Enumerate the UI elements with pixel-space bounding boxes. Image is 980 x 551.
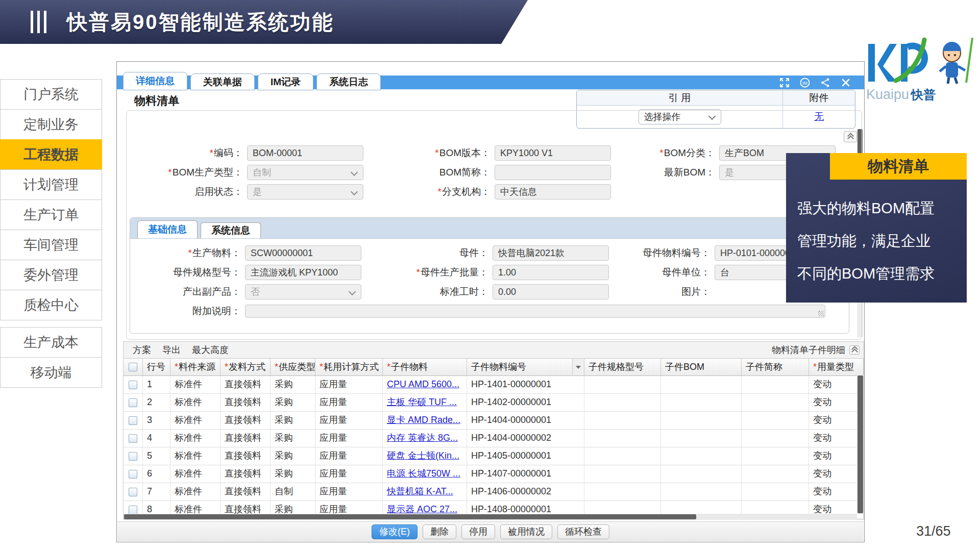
field-label: 图片： [615,285,715,298]
subitem-link[interactable]: CPU AMD 5600... [383,376,467,393]
row-checkbox-cell [124,376,143,393]
column-header[interactable]: *用量类型 [809,359,864,375]
row-checkbox[interactable] [129,381,137,389]
inner-tab[interactable]: 基础信息 [137,220,198,238]
footer-button[interactable]: 被用情况 [500,524,552,539]
select-field[interactable]: 否 [245,284,361,299]
table-cell [742,465,809,483]
form-row: *编码：BOM-00001*BOM版本：KPY1000 V1*BOM分类：生产B… [132,143,851,163]
scrollbar-thumb[interactable] [124,514,696,519]
table-cell [742,447,809,465]
column-header[interactable]: 行号 [143,359,170,375]
inner-tab[interactable]: 系统信息 [201,222,261,238]
footer-button[interactable]: 循环检查 [557,524,609,539]
select-field[interactable]: 自制 [247,165,363,180]
input-field[interactable]: BOM-00001 [247,145,363,161]
row-checkbox[interactable] [129,434,137,443]
table-cell: 直接领料 [220,447,271,465]
column-header[interactable]: 子件规格型号 [584,359,661,375]
column-header[interactable]: 子件BOM [661,359,742,375]
window-tab[interactable]: 关联单据 [190,73,255,90]
table-horizontal-scrollbar[interactable] [124,514,857,520]
slide-title: 快普易90智能制造系统功能 [67,8,334,36]
toolbar-link[interactable]: 导出 [162,344,181,356]
table-row: 6标准件直接领料采购应用量电源 长城750W ...HP-1407-000000… [124,465,864,483]
table-cell: 采购 [271,447,315,465]
field-label: *分支机构： [370,185,495,198]
row-checkbox[interactable] [129,506,137,514]
sidebar-item[interactable]: 委外管理 [0,260,102,290]
select-all-cell [124,359,143,375]
share-icon[interactable] [820,78,830,88]
im-icon[interactable]: IM [800,78,810,88]
column-header[interactable]: 子件物料编号 [467,359,584,375]
sidebar-item[interactable]: 质检中心 [0,290,102,320]
table-row: 5标准件直接领料采购应用量硬盘 金士顿(Kin...HP-1405-000000… [124,447,864,465]
sidebar-item[interactable]: 门户系统 [0,79,102,110]
form-row: 附加说明： [135,302,845,321]
resize-grip-icon[interactable] [818,311,824,316]
select-field[interactable]: 是 [247,184,363,199]
input-field[interactable]: 0.00 [493,284,609,299]
basic-info-form: *生产物料：SCW00000001母件：快普电脑2021款母件物料编号：HP-0… [135,243,845,321]
input-field[interactable]: SCW00000001 [245,245,361,261]
column-header[interactable]: *料件来源 [170,359,220,375]
field-label: 启用状态： [132,185,247,198]
footer-button[interactable]: 删除 [423,524,456,539]
input-field[interactable]: 快普电脑2021款 [493,245,609,261]
subitem-link[interactable]: 电源 长城750W ... [383,465,467,483]
input-field[interactable]: 中天信息 [495,184,611,199]
column-header[interactable]: *子件物料 [383,359,467,375]
table-cell: HP-1402-00000001 [467,394,584,411]
input-field[interactable] [495,165,611,180]
footer-button[interactable]: 修改(E) [372,524,418,539]
sidebar-item[interactable]: 计划管理 [0,169,102,200]
sidebar-item[interactable]: 生产成本 [0,327,102,358]
subitem-link[interactable]: 快普机箱 K-AT... [383,483,467,500]
row-checkbox[interactable] [129,470,137,479]
window-tab[interactable]: 详细信息 [123,72,187,90]
table-cell: 标准件 [170,430,220,447]
column-header[interactable]: 子件简称 [742,359,809,375]
table-cell: 应用量 [315,430,383,447]
sidebar-item[interactable]: 定制业务 [0,109,102,140]
row-checkbox[interactable] [129,452,137,461]
table-vertical-scrollbar[interactable] [857,375,864,514]
window-tab[interactable]: 系统日志 [316,73,381,90]
table-row: 7标准件直接领料自制应用量快普机箱 K-AT...HP-1406-0000000… [124,483,864,501]
page-number: 31/65 [916,523,951,539]
toolbar-link[interactable]: 方案 [133,344,151,356]
subitem-link[interactable]: 内存 英睿达 8G... [383,430,467,447]
sidebar-item[interactable]: 移动端 [0,357,102,388]
subitem-link[interactable]: 主板 华硕 TUF ... [383,394,467,411]
column-header[interactable]: *耗用计算方式 [315,359,383,375]
table-cell: 6 [143,465,170,483]
window-tab[interactable]: IM记录 [258,73,313,90]
footer-button[interactable]: 停用 [461,524,495,539]
column-header[interactable]: *供应类型 [271,359,315,375]
table-cell: 1 [143,376,170,393]
subitem-link[interactable]: 硬盘 金士顿(Kin... [383,447,467,465]
row-checkbox[interactable] [129,416,137,425]
column-header[interactable]: *发料方式 [220,359,271,375]
input-field[interactable] [245,305,825,318]
subitem-link[interactable]: 显卡 AMD Rade... [383,412,467,429]
sidebar-item[interactable]: 工程数据 [0,139,102,170]
form-row: *BOM生产类型：自制BOM简称：最新BOM：是 [132,163,851,182]
field-label: *母件生产批量： [368,266,493,279]
input-field[interactable]: 主流游戏机 KPY1000 [245,265,361,280]
row-checkbox[interactable] [129,398,137,407]
input-field[interactable]: KPY1000 V1 [495,145,611,161]
filter-dropdown-icon[interactable] [572,359,584,375]
select-all-checkbox[interactable] [129,363,137,371]
table-cell [661,465,742,483]
input-field[interactable]: 1.00 [493,265,609,280]
sidebar-item[interactable]: 生产订单 [0,199,102,230]
toolbar-link[interactable]: 最大高度 [192,344,229,356]
row-checkbox[interactable] [129,488,137,496]
close-icon[interactable] [841,78,851,88]
expand-icon[interactable] [779,78,790,88]
scrollbar-thumb[interactable] [857,375,863,513]
sidebar-item[interactable]: 车间管理 [0,230,102,260]
collapse-detail-button[interactable] [849,345,860,355]
